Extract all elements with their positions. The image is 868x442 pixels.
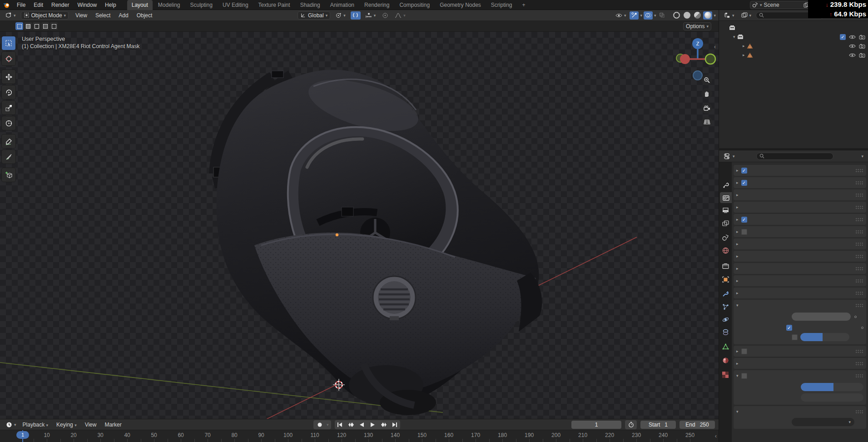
properties-tab-world[interactable] — [720, 245, 731, 256]
shading-rendered-button[interactable] — [703, 11, 712, 20]
tab-shading[interactable]: Shading — [296, 0, 325, 10]
outliner-display-mode[interactable]: ▾ — [722, 11, 737, 20]
properties-tab-scene[interactable] — [720, 232, 731, 243]
proportional-edit-toggle[interactable] — [381, 11, 390, 20]
pan-button[interactable] — [701, 88, 712, 99]
properties-tab-modifiers[interactable] — [720, 288, 731, 299]
panel-checkbox[interactable]: ✓ — [741, 180, 747, 186]
properties-tab-constraints[interactable] — [720, 327, 731, 338]
absolute-button[interactable] — [801, 383, 833, 391]
viewport-menu-select[interactable]: Select — [91, 10, 114, 20]
panel-header[interactable]: ▸ — [734, 263, 866, 274]
play-reverse-button[interactable] — [357, 420, 367, 429]
properties-tab-material[interactable] — [720, 355, 731, 366]
properties-tab-render[interactable] — [720, 192, 732, 203]
measure-tool-button[interactable] — [2, 150, 15, 164]
shading-wireframe-button[interactable] — [672, 11, 681, 20]
render-toggle[interactable] — [859, 35, 865, 40]
panel-collapsed-icon[interactable]: ▸ — [736, 254, 739, 258]
panel-header[interactable]: ▸ — [734, 226, 866, 237]
render-toggle[interactable] — [859, 44, 865, 49]
frame-end-field[interactable]: End250 — [680, 421, 715, 429]
record-button[interactable] — [314, 420, 325, 429]
add-cube-tool-button[interactable] — [2, 168, 15, 182]
panel-checkbox[interactable] — [741, 229, 747, 235]
panel-collapsed-icon[interactable]: ▸ — [736, 349, 739, 353]
panel-header[interactable]: ▾ — [734, 300, 866, 311]
timeline-ruler[interactable]: 1020304050607080901001101201301401501601… — [0, 430, 719, 442]
panel-header[interactable]: ▸ — [734, 238, 866, 249]
chevron-down-icon[interactable]: ▾ — [714, 13, 716, 18]
panel-drag-handle[interactable] — [855, 291, 863, 295]
outliner-row[interactable]: ▸ — [719, 50, 868, 60]
panel-header[interactable]: ▾ — [734, 370, 866, 381]
panel-drag-handle[interactable] — [855, 230, 863, 234]
menu-file[interactable]: File — [13, 0, 30, 10]
panel-collapsed-icon[interactable]: ▸ — [736, 205, 739, 209]
overlays-toggle[interactable] — [644, 11, 653, 20]
panel-drag-handle[interactable] — [855, 205, 863, 209]
gizmo-axis-y[interactable] — [705, 54, 715, 64]
visibility-dropdown[interactable]: ▾ — [613, 11, 629, 20]
properties-filter-toggle[interactable]: ▾ — [861, 154, 863, 159]
panel-drag-handle[interactable] — [855, 303, 863, 308]
line-thickness-field[interactable] — [801, 393, 863, 402]
menu-edit[interactable]: Edit — [30, 0, 47, 10]
zoom-button[interactable] — [701, 74, 712, 85]
panel-header[interactable]: ▸ — [734, 346, 866, 357]
panel-collapsed-icon[interactable]: ▸ — [736, 278, 739, 283]
tab-scripting[interactable]: Scripting — [486, 0, 517, 10]
properties-tab-tool[interactable] — [720, 179, 731, 190]
tab-sculpting[interactable]: Sculpting — [186, 0, 217, 10]
properties-tab-output[interactable] — [720, 205, 731, 216]
annotate-tool-button[interactable] — [2, 134, 15, 148]
menu-window[interactable]: Window — [73, 0, 101, 10]
current-frame-badge[interactable]: 1 — [16, 431, 29, 439]
properties-tab-physics[interactable] — [720, 314, 731, 325]
editor-type-button[interactable]: ▾ — [3, 11, 18, 20]
panel-drag-handle[interactable] — [855, 254, 863, 258]
panel-collapsed-icon[interactable]: ▸ — [736, 193, 739, 197]
properties-tab-texture[interactable] — [720, 369, 731, 380]
panel-drag-handle[interactable] — [855, 181, 863, 185]
tab-layout[interactable]: Layout — [127, 0, 153, 10]
timeline-menu-playback[interactable]: Playback ▾ — [19, 420, 53, 430]
panel-header[interactable]: ▾ — [734, 406, 866, 417]
menu-render[interactable]: Render — [47, 0, 73, 10]
sidebar-collapse-arrow[interactable]: ‹ — [714, 44, 716, 50]
move-tool-button[interactable] — [2, 70, 15, 84]
panel-header[interactable]: ▸ — [734, 275, 866, 286]
panel-drag-handle[interactable] — [855, 242, 863, 246]
panel-collapsed-icon[interactable]: ▸ — [736, 242, 739, 246]
next-keyframe-button[interactable] — [378, 420, 389, 429]
snap-toggle[interactable] — [351, 11, 361, 20]
pivot-dropdown[interactable]: ▾ — [333, 11, 348, 20]
hide-toggle[interactable] — [849, 44, 856, 49]
viewport-canvas[interactable]: User Perspective (1) Collection | XM28E4… — [0, 32, 719, 419]
outliner-row[interactable] — [719, 23, 868, 32]
tab-compositing[interactable]: Compositing — [395, 0, 434, 10]
panel-header[interactable]: ▸✓ — [734, 165, 866, 176]
panel-collapsed-icon[interactable]: ▸ — [736, 291, 739, 295]
rotate-tool-button[interactable] — [2, 85, 15, 99]
timeline-menu-keying[interactable]: Keying ▾ — [52, 420, 81, 430]
properties-tab-view-layer[interactable] — [720, 218, 731, 228]
xray-toggle[interactable] — [657, 11, 666, 20]
falloff-dropdown[interactable]: ▾ — [392, 11, 408, 20]
panel-header[interactable]: ▸ — [734, 202, 866, 213]
mode-dropdown[interactable]: Object Mode ▾ — [21, 11, 69, 20]
select-mode-extend-button[interactable] — [24, 22, 32, 30]
gizmo-axis-x[interactable] — [680, 54, 690, 64]
panel-drag-handle[interactable] — [855, 410, 863, 414]
panel-expanded-icon[interactable]: ▾ — [736, 303, 739, 308]
animate-dot[interactable] — [854, 316, 857, 318]
orientation-dropdown[interactable]: Global ▾ — [298, 11, 330, 20]
viewport-menu-add[interactable]: Add — [114, 10, 132, 20]
panel-expanded-icon[interactable]: ▾ — [736, 373, 739, 378]
current-frame-field[interactable]: 1 — [571, 421, 621, 429]
expander-closed-icon[interactable]: ▸ — [743, 53, 745, 57]
gizmo-axis-neg-z[interactable] — [693, 71, 702, 80]
chevron-down-icon[interactable]: ▾ — [654, 13, 656, 18]
panel-collapsed-icon[interactable]: ▸ — [736, 180, 739, 185]
render-toggle[interactable] — [859, 53, 865, 58]
